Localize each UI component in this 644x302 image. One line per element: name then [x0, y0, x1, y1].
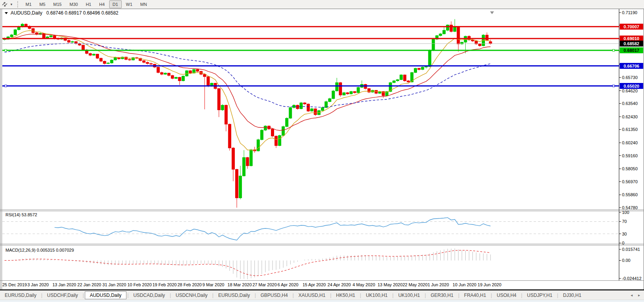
rsi-line [55, 217, 490, 240]
chart-tab[interactable]: GER30,H1 [427, 292, 457, 299]
line-handle[interactable] [5, 85, 7, 87]
date-tick-label: 27 Mar 2020 [252, 282, 277, 287]
tab-scroll-right-icon[interactable]: ▸ [638, 293, 640, 297]
toolbar-grip[interactable] [17, 1, 19, 7]
chart-tab[interactable]: XAUUSD,H1 [295, 292, 329, 299]
chart-arrows-icon[interactable] [1, 1, 9, 8]
timeframe-h4[interactable]: H4 [95, 0, 108, 8]
chart-tab[interactable]: AUDUSD,Daily [85, 291, 127, 299]
chart-tab[interactable]: USDCAD,Daily [129, 292, 169, 299]
chart-tab[interactable]: FRA40,H1 [460, 292, 490, 299]
chart-tab[interactable]: UK100,H1 [394, 292, 424, 299]
rsi-axis-label: 0 [622, 241, 624, 245]
chart-title-symbol: AUDUSD,Daily [11, 10, 42, 16]
rsi-axis-label: 100 [622, 210, 629, 215]
timeframe-d1[interactable]: D1 [109, 0, 122, 8]
date-tick-label: 19 Jun 2020 [478, 282, 501, 287]
price-badge[interactable]: 0.70007 [620, 24, 643, 29]
chart-tab[interactable]: GBPUSD,H4 [257, 292, 292, 299]
date-tick-label: 28 Feb 2020 [177, 282, 202, 287]
price-tick-label: 0.65730 [622, 75, 638, 80]
price-tick-label: 0.58050 [622, 166, 638, 171]
price-tick-label: 0.55860 [622, 192, 638, 197]
timeframe-h1[interactable]: H1 [82, 0, 95, 8]
price-badge[interactable]: 0.65020 [620, 83, 643, 89]
chart-tab[interactable]: USDCHF,Daily [43, 292, 82, 299]
svg-text:0.68582: 0.68582 [624, 41, 639, 46]
horizontal-line[interactable] [2, 49, 619, 51]
chart-tab[interactable]: DJ30,H1 [559, 292, 585, 299]
fast-ma-line[interactable] [5, 31, 491, 150]
chart-tab[interactable]: USDJPY,H1 [523, 292, 556, 299]
date-tick-label: 4 May 2020 [353, 282, 375, 287]
date-tick-label: 22 May 2020 [402, 282, 428, 287]
date-tick-label: 6 Apr 2020 [278, 282, 298, 287]
date-tick-label: 9 Mar 2020 [203, 282, 225, 287]
svg-text:0.69010: 0.69010 [624, 36, 639, 41]
chart-tab[interactable]: EURUSD,Daily [1, 292, 40, 299]
timeframe-buttons: M1M5M15M30H1H4D1W1MN [22, 0, 151, 8]
tab-separator: | [170, 293, 171, 298]
chart-tab[interactable]: USDCNH,Daily [172, 292, 211, 299]
svg-text:0.70007: 0.70007 [624, 24, 639, 29]
timeframe-m15[interactable]: M15 [50, 0, 65, 8]
price-badge[interactable]: 0.69010 [620, 35, 643, 41]
timeframe-m30[interactable]: M30 [66, 0, 81, 8]
chevron-down-icon[interactable]: ▾ [9, 2, 14, 6]
date-tick-label: 13 Jan 2020 [52, 282, 76, 287]
price-tick-label: 0.59160 [622, 153, 638, 158]
date-tick-label: 18 Mar 2020 [227, 282, 252, 287]
tab-separator: | [491, 293, 492, 298]
chart-tab[interactable]: EURUSD,Daily [214, 292, 254, 299]
chart-tab[interactable]: USOil,H4 [493, 292, 520, 299]
tab-separator: | [330, 293, 331, 298]
date-tick-label: 24 Apr 2020 [327, 282, 351, 287]
timeframe-toolbar: ▾ M1M5M15M30H1H4D1W1MN [0, 0, 644, 9]
slow-ma-line[interactable] [5, 43, 491, 107]
price-tick-label: 0.62430 [622, 114, 638, 119]
chart-shift-marker[interactable] [490, 11, 494, 14]
timeframe-m1[interactable]: M1 [22, 0, 35, 8]
date-tick-label: 3 Jan 2020 [27, 282, 49, 287]
chart-tab[interactable]: UK100,H1 [362, 292, 392, 299]
rsi-label: RSI(14) 53.8572 [5, 212, 37, 217]
chart-tab[interactable]: HK50,H1 [332, 292, 359, 299]
tab-separator: | [425, 293, 426, 298]
line-handle[interactable] [5, 49, 7, 51]
tab-separator: | [254, 293, 256, 298]
bottom-strip [0, 300, 644, 302]
tab-scroll-left-icon[interactable]: ◂ [631, 293, 633, 297]
macd-axis-label: 0.015741 [622, 247, 640, 252]
date-tick-label: 25 Dec 2019 [2, 282, 27, 287]
tab-separator: | [212, 293, 214, 298]
price-tick-label: 0.54780 [622, 205, 638, 210]
date-tick-label: 10 Jun 2020 [453, 282, 477, 287]
mid-ma-line[interactable] [5, 34, 491, 131]
tab-separator: | [41, 293, 42, 298]
price-badge[interactable]: 0.68582 [620, 41, 643, 46]
tab-separator: | [293, 293, 294, 298]
line-handle[interactable] [613, 49, 615, 51]
horizontal-line[interactable] [2, 85, 619, 87]
price-badge[interactable]: 0.66706 [620, 63, 643, 69]
tab-separator: | [360, 293, 361, 298]
tab-separator: | [127, 293, 128, 298]
tab-separator: | [557, 293, 558, 298]
chart-menu-icon[interactable] [5, 12, 8, 14]
macd-axis-label: 0.00 [622, 258, 630, 263]
chart-canvas[interactable]: 0.711900.700800.689700.679500.668400.657… [0, 9, 644, 291]
date-tick-label: 31 Jan 2020 [102, 282, 126, 287]
rsi-axis-label: 30 [622, 232, 627, 236]
tab-separator: | [392, 293, 393, 298]
svg-text:0.66706: 0.66706 [624, 64, 639, 68]
tab-separator: | [83, 293, 84, 298]
chart-title-ohlc: 0.68746 0.68917 0.68496 0.68582 [46, 10, 119, 16]
macd-label: MACD(12,26,9) 0.005315 0.007029 [5, 248, 74, 252]
line-handle[interactable] [613, 85, 615, 87]
price-tick-label: 0.56970 [622, 179, 638, 184]
date-tick-label: 22 Jan 2020 [77, 282, 101, 287]
timeframe-mn[interactable]: MN [137, 0, 150, 8]
timeframe-w1[interactable]: W1 [123, 0, 136, 8]
timeframe-m5[interactable]: M5 [36, 0, 49, 8]
price-badge[interactable]: 0.68017 [620, 47, 643, 53]
